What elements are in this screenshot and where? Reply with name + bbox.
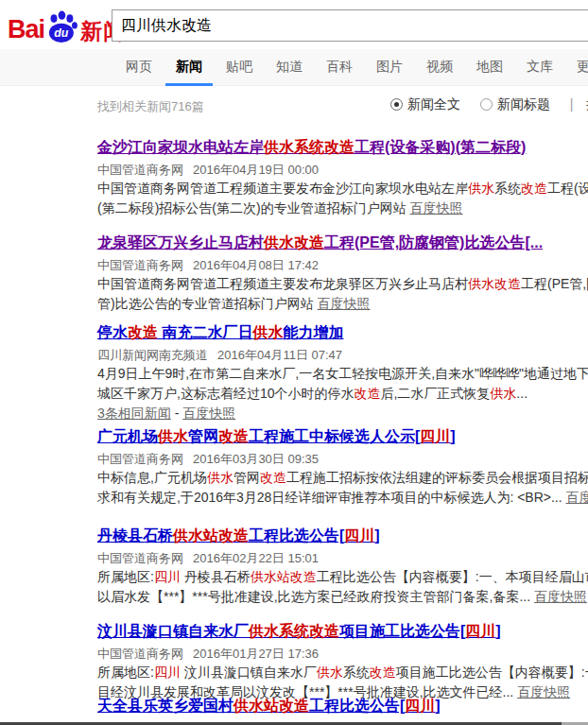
snippet-highlight: 改造 <box>370 665 396 680</box>
result-title-link[interactable]: 丹棱县石桥供水站改造工程比选公告[四川] <box>97 526 588 545</box>
title-highlight: 供水 <box>252 324 283 340</box>
snippet-highlight: 供水 <box>468 181 494 196</box>
result-source-line: 四川新闻网南充频道2016年04月11日 07:47 <box>97 346 588 364</box>
result-title-link[interactable]: 龙泉驿区万兴乡止马店村供水改造工程(PE管,防腐钢管)比选公告[... <box>97 233 588 252</box>
snippet-text: 求和有关规定,于2016年3月28日经详细评审推荐本项目的中标候选人为: <BR… <box>97 490 566 505</box>
result-snippet-line: 中国管道商务网管道工程频道主要发布金沙江向家坝水电站左岸供水系统改造工程(设备采… <box>97 179 588 199</box>
title-text: 管网 <box>188 428 218 444</box>
title-text: ] <box>435 698 440 714</box>
snippet-text: 系统 <box>494 181 521 196</box>
result-source: 中国管道商务网 <box>97 163 183 177</box>
title-highlight: 供水改造 <box>264 234 324 250</box>
result-snippet-line: 求和有关规定,于2016年3月28日经详细评审推荐本项目的中标候选人为: <BR… <box>97 488 588 508</box>
snippet-highlight: 四川 <box>154 665 181 680</box>
title-highlight: 四川 <box>405 698 435 714</box>
result-source-line: 中国管道商务网2016年01月27日 17:36 <box>97 645 588 663</box>
snippet-highlight: 四川 <box>154 569 181 584</box>
result-title-link[interactable]: 金沙江向家坝水电站左岸供水系统改造工程(设备采购)(第二标段) <box>97 138 588 157</box>
title-text: 工程比选公告[ <box>309 698 405 714</box>
result-source-line: 中国管道商务网2016年02月22日 15:01 <box>97 549 588 567</box>
result-item-4: 广元机场供水管网改造工程施工中标候选人公示[四川]中国管道商务网2016年03月… <box>97 427 588 508</box>
title-text: 项目施工比选公告[ <box>339 623 465 639</box>
snippet-text: 工程(PE管,防腐钢 <box>521 276 588 291</box>
title-highlight: 供水站改造 <box>173 527 249 544</box>
result-title-link[interactable]: 广元机场供水管网改造工程施工中标候选人公示[四川] <box>97 427 588 446</box>
result-date: 2016年04月19日 00:00 <box>193 163 319 177</box>
title-highlight: 改造 <box>218 428 249 444</box>
result-source-line: 中国管道商务网2016年04月08日 17:42 <box>97 256 588 274</box>
result-source: 中国管道商务网 <box>97 551 183 565</box>
cache-link[interactable]: 百度快照 <box>318 296 371 311</box>
title-text: 天全县乐英乡爱国村 <box>97 698 233 714</box>
snippet-text: 工程施工招标按依法组建的评标委员会根据项目招标文件要 <box>286 470 588 485</box>
result-source: 四川新闻网南充频道 <box>97 348 208 362</box>
title-highlight: 供水 <box>158 428 188 444</box>
result-source: 中国管道商务网 <box>97 258 183 272</box>
snippet-text: 后,二水厂正式恢复 <box>380 386 490 401</box>
title-text: 南充二水厂日 <box>158 324 252 340</box>
title-text: 金沙江向家坝水电站左岸 <box>97 139 264 155</box>
title-text: 工程(设备采购)(第二标段) <box>355 139 526 155</box>
snippet-text: (第二标段)招标公告(第二次)的专业管道招标门户网站 <box>97 200 410 216</box>
result-snippet-line: 城区千家万户,这标志着经过10个小时的停水改造后,二水厂正式恢复供水... <box>97 384 588 404</box>
result-source-line: 中国管道商务网2016年04月19日 00:00 <box>97 161 588 179</box>
title-text: ] <box>495 623 500 639</box>
result-snippet-line: 以眉水发【***】***号批准建设,比选方案已经政府投资主管部门备案,备案...… <box>97 587 588 607</box>
title-text: 工程比选公告[ <box>249 527 344 544</box>
title-text: 广元机场 <box>97 428 158 444</box>
title-text: 汶川县漩口镇自来水厂 <box>97 623 249 639</box>
title-highlight: 四川 <box>344 527 374 544</box>
result-title-link[interactable]: 汶川县漩口镇自来水厂供水系统改造项目施工比选公告[四川] <box>97 622 588 641</box>
snippet-text: 汶川县漩口镇自来水厂 <box>181 665 317 680</box>
snippet-text: 管)比选公告的专业管道招标门户网站 <box>97 296 318 311</box>
title-text: ] <box>374 527 379 544</box>
result-source-line: 中国管道商务网2016年03月30日 09:35 <box>97 450 588 468</box>
snippet-text: 工程比选公告【内容概要】:一、本项目经眉山市水 <box>317 569 588 584</box>
result-item-2: 龙泉驿区万兴乡止马店村供水改造工程(PE管,防腐钢管)比选公告[...中国管道商… <box>97 233 588 314</box>
result-date: 2016年03月30日 09:35 <box>193 452 319 466</box>
result-title-link[interactable]: 天全县乐英乡爱国村供水站改造工程比选公告[四川] <box>97 697 588 716</box>
snippet-text: 丹棱县石桥 <box>181 569 251 584</box>
snippet-text: 城区千家万户,这标志着经过10个小时的停水 <box>97 386 354 401</box>
same-news-link[interactable]: 3条相同新闻 <box>97 406 171 421</box>
snippet-text: 中标信息,广元机场 <box>97 470 207 485</box>
results-list: 金沙江向家坝水电站左岸供水系统改造工程(设备采购)(第二标段)中国管道商务网20… <box>0 0 588 725</box>
result-item-7: 天全县乐英乡爱国村供水站改造工程比选公告[四川]中国管道商务网2016年01月2… <box>97 697 588 725</box>
snippet-text: 中国管道商务网管道工程频道主要发布龙泉驿区万兴乡止马店村 <box>97 276 468 291</box>
title-text: 能力增加 <box>283 324 343 340</box>
title-highlight: 供水系统改造 <box>249 623 339 639</box>
baidu-news-search-page: Bai du 新闻 网页新闻贴吧知道百科图片视频地图文库更多>> 找到相关新闻7… <box>0 0 588 725</box>
cache-link[interactable]: 百度快照 <box>410 200 463 216</box>
result-source: 中国管道商务网 <box>97 647 183 661</box>
result-title-link[interactable]: 停水改造 南充二水厂日供水能力增加 <box>97 323 588 342</box>
snippet-highlight: 供水 <box>317 665 343 680</box>
result-date: 2016年02月22日 15:01 <box>193 551 319 565</box>
result-date: 2016年04月08日 17:42 <box>193 258 319 272</box>
snippet-highlight: 供水改造 <box>468 276 521 291</box>
result-snippet-line: 所属地区:四川 丹棱县石桥供水站改造工程比选公告【内容概要】:一、本项目经眉山市… <box>97 567 588 587</box>
title-text: 工程施工中标候选人公示[ <box>249 428 420 444</box>
result-date: 2016年01月27日 17:36 <box>193 647 319 661</box>
title-text: 停水 <box>97 324 128 340</box>
result-date: 2016年04月11日 07:47 <box>217 348 342 362</box>
result-snippet-line: (第二标段)招标公告(第二次)的专业管道招标门户网站 百度快照 <box>97 199 588 218</box>
snippet-highlight: 供水 <box>207 470 233 485</box>
snippet-highlight: 供水站改造 <box>251 569 317 584</box>
title-highlight: 供水系统改造 <box>264 139 355 155</box>
result-snippet-line: 4月9日上午9时,在市第二自来水厂,一名女工轻按电源开关,自来水"哗哗哗"地通过… <box>97 364 588 384</box>
result-item-5: 丹棱县石桥供水站改造工程比选公告[四川]中国管道商务网2016年02月22日 1… <box>97 526 588 607</box>
cache-link[interactable]: 百度快照 <box>566 490 588 505</box>
title-text: ] <box>450 428 455 444</box>
snippet-text: 所属地区: <box>97 665 154 680</box>
snippet-highlight: 供水 <box>490 386 516 401</box>
result-item-1: 金沙江向家坝水电站左岸供水系统改造工程(设备采购)(第二标段)中国管道商务网20… <box>97 138 588 218</box>
result-item-6: 汶川县漩口镇自来水厂供水系统改造项目施工比选公告[四川]中国管道商务网2016年… <box>97 622 588 702</box>
title-text: 丹棱县石桥 <box>97 527 173 544</box>
title-text: 工程(PE管,防腐钢管)比选公告[... <box>324 234 543 250</box>
cache-link[interactable]: 百度快照 <box>182 406 235 421</box>
result-snippet-line: 3条相同新闻 - 百度快照 <box>97 404 588 423</box>
result-item-3: 停水改造 南充二水厂日供水能力增加四川新闻网南充频道2016年04月11日 07… <box>97 323 588 423</box>
cache-link[interactable]: 百度快照 <box>534 589 587 604</box>
snippet-text: ... <box>516 386 527 401</box>
title-highlight: 四川 <box>420 428 450 444</box>
